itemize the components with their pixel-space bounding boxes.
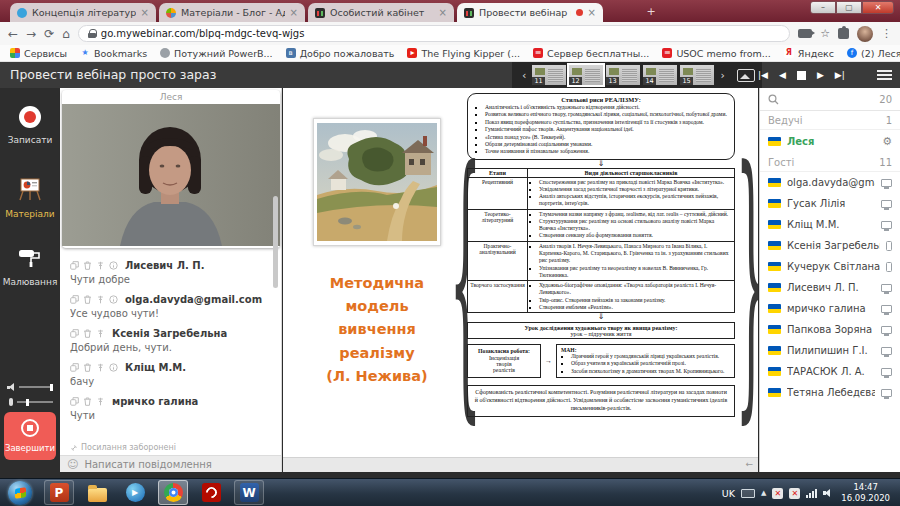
- tray-expand-icon[interactable]: [761, 489, 766, 497]
- stop-presentation-button[interactable]: [797, 71, 806, 80]
- pin-message-icon[interactable]: [96, 329, 105, 338]
- finish-button[interactable]: Завершити: [4, 412, 56, 460]
- forward-button[interactable]: [26, 28, 36, 40]
- home-button[interactable]: [62, 28, 70, 40]
- chat-scrollbar[interactable]: [273, 196, 278, 288]
- menu-icon[interactable]: [877, 70, 892, 82]
- forward-message-icon[interactable]: [70, 329, 79, 338]
- materials-button[interactable]: Матеріали: [0, 176, 60, 219]
- browser-profile-avatar[interactable]: [857, 26, 873, 42]
- window-maximize-button[interactable]: [836, 1, 862, 14]
- slide-thumbnail[interactable]: 12: [569, 65, 603, 85]
- new-tab-button[interactable]: [640, 5, 662, 20]
- chat-input[interactable]: Написати повідомлення: [60, 455, 281, 472]
- bookmark-item[interactable]: (2) Леся Гапон: [847, 48, 900, 59]
- participant-row[interactable]: Ксенія Загребельна: [760, 235, 900, 256]
- browser-tab[interactable]: Матеріали - Блог - Адмініструва: [159, 3, 305, 22]
- delete-message-icon[interactable]: [83, 329, 92, 338]
- record-button[interactable]: Записати: [0, 106, 60, 145]
- taskbar-app-icon[interactable]: [158, 480, 188, 505]
- bookmark-item[interactable]: Сервер бесплатны...: [533, 48, 649, 59]
- taskbar-app-icon[interactable]: [196, 480, 226, 505]
- bookmark-item[interactable]: Потужний PowerB...: [160, 48, 273, 59]
- participant-row[interactable]: Пилипишин Г.І.: [760, 340, 900, 361]
- tray-alert-icon[interactable]: [772, 488, 783, 499]
- forward-message-icon[interactable]: [70, 397, 79, 406]
- participant-row[interactable]: Тетяна Лебедєва: [760, 382, 900, 403]
- extensions-icon[interactable]: [838, 28, 849, 39]
- participant-row[interactable]: Лисевич Л. П.: [760, 277, 900, 298]
- start-button[interactable]: [8, 481, 32, 505]
- delete-message-icon[interactable]: [83, 397, 92, 406]
- emoji-icon[interactable]: [67, 458, 78, 471]
- keyboard-language[interactable]: UK: [722, 488, 735, 499]
- participant-row[interactable]: ТАРАСЮК Л. А.: [760, 361, 900, 382]
- prev-slide-button[interactable]: [779, 70, 786, 80]
- participant-row[interactable]: Кліщ М.М.: [760, 214, 900, 235]
- host-row[interactable]: Леся: [760, 130, 900, 153]
- info-icon[interactable]: [109, 295, 118, 304]
- taskbar-app-icon[interactable]: W: [234, 480, 264, 505]
- last-slide-button[interactable]: [835, 70, 845, 80]
- address-bar[interactable]: go.mywebinar.com/blpq-mdgc-tevq-wjgs: [78, 25, 790, 42]
- reload-button[interactable]: [44, 28, 54, 40]
- delete-message-icon[interactable]: [83, 261, 92, 270]
- speaker-tray-icon[interactable]: [823, 488, 833, 498]
- network-error-icon[interactable]: [789, 488, 800, 499]
- participant-row[interactable]: Гусак Лілія: [760, 193, 900, 214]
- browser-tab[interactable]: Провести вебінар просто з: [457, 3, 603, 22]
- browser-tab[interactable]: Особистий кабінет: [308, 3, 454, 22]
- pin-message-icon[interactable]: [96, 295, 105, 304]
- taskbar-app-icon[interactable]: P: [44, 480, 74, 505]
- bookmark-item[interactable]: Bookmarks: [80, 48, 147, 59]
- pin-message-icon[interactable]: [96, 363, 105, 372]
- taskbar-clock[interactable]: 14:47 16.09.2020: [841, 482, 890, 503]
- browser-tab[interactable]: Концепція літературної освіти: [10, 3, 156, 22]
- forward-message-icon[interactable]: [70, 363, 79, 372]
- window-minimize-button[interactable]: [810, 1, 836, 14]
- delete-message-icon[interactable]: [83, 295, 92, 304]
- back-button[interactable]: [8, 28, 18, 40]
- mic-volume-slider[interactable]: [7, 398, 53, 406]
- participant-row[interactable]: Папкова Зоряна федор...: [760, 319, 900, 340]
- camera-permission-icon[interactable]: [798, 29, 812, 38]
- info-icon[interactable]: [109, 261, 118, 270]
- tab-close-icon[interactable]: [290, 7, 298, 18]
- bookmark-item[interactable]: Сервисы: [10, 48, 67, 59]
- participant-row[interactable]: мричко галина: [760, 298, 900, 319]
- next-slide-button[interactable]: [817, 70, 824, 80]
- bookmark-item[interactable]: USOC memo from...: [662, 48, 770, 59]
- slide-thumbnail[interactable]: 11: [532, 65, 566, 85]
- tab-close-icon[interactable]: [141, 7, 149, 18]
- signal-strength-icon[interactable]: [806, 488, 817, 498]
- forward-message-icon[interactable]: [70, 295, 79, 304]
- forward-message-icon[interactable]: [70, 261, 79, 270]
- horizontal-scrollbar[interactable]: [283, 457, 758, 472]
- slide-thumbnail[interactable]: 15: [680, 65, 714, 85]
- thumbnails-prev-icon[interactable]: [522, 69, 526, 82]
- taskbar-app-icon[interactable]: [82, 480, 112, 505]
- speaker-volume-slider[interactable]: [7, 383, 53, 391]
- settings-gear-icon[interactable]: [882, 135, 892, 148]
- tab-close-icon[interactable]: [439, 7, 447, 18]
- keyboard-icon[interactable]: [741, 489, 755, 498]
- first-slide-button[interactable]: [758, 70, 768, 80]
- info-icon[interactable]: [109, 363, 118, 372]
- bookmark-item[interactable]: Добро пожаловать: [286, 48, 395, 59]
- window-close-button[interactable]: [862, 1, 894, 14]
- bookmark-item[interactable]: The Flying Kipper (...: [407, 48, 520, 59]
- slide-thumbnail[interactable]: 14: [643, 65, 677, 85]
- pin-message-icon[interactable]: [96, 261, 105, 270]
- taskbar-app-icon[interactable]: ▶: [120, 480, 150, 505]
- delete-message-icon[interactable]: [83, 363, 92, 372]
- tab-close-icon[interactable]: [588, 7, 596, 18]
- participant-row[interactable]: olga.davyda@gmail.com: [760, 172, 900, 193]
- bookmark-item[interactable]: Яндекс: [784, 48, 834, 59]
- image-mode-icon[interactable]: [737, 69, 755, 82]
- participant-search[interactable]: 20: [760, 88, 900, 111]
- browser-menu-icon[interactable]: [881, 27, 892, 40]
- participant-row[interactable]: Кучерук Світлана: [760, 256, 900, 277]
- drawing-button[interactable]: Малювання: [0, 246, 60, 287]
- thumbnails-next-icon[interactable]: [720, 69, 724, 82]
- bookmark-star-icon[interactable]: [820, 27, 830, 40]
